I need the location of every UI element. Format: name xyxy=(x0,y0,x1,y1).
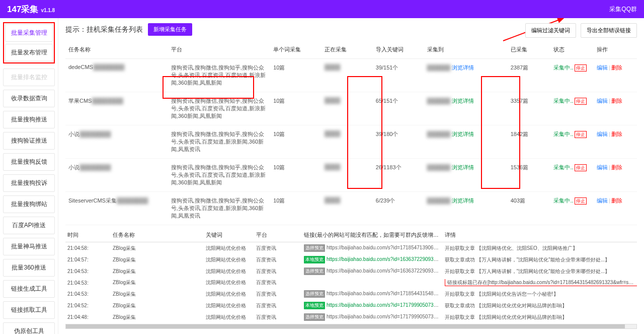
local-preview-badge[interactable]: 本地预览 xyxy=(304,256,325,263)
browse-detail-link[interactable]: 浏览详情 xyxy=(452,164,474,170)
log-task: ZBlog采集 xyxy=(111,314,204,321)
edit-button[interactable]: 编辑 xyxy=(597,131,608,137)
select-preview-badge[interactable]: 选择预览 xyxy=(304,268,325,275)
delete-button[interactable]: 删除 xyxy=(611,131,622,137)
log-keyword: 沈阳网站优化价格 xyxy=(204,291,254,298)
edit-button[interactable]: 编辑 xyxy=(597,197,608,204)
sidebar-batch-publish[interactable]: 批量发布管理 xyxy=(5,44,53,61)
log-link: 本地预览https://baijiahao.baidu.com/s?id=163… xyxy=(302,256,443,263)
log-url[interactable]: https://baijiahao.baidu.com/s?id=1717999… xyxy=(327,314,443,319)
task-th-2: 单个词采集 xyxy=(270,41,321,59)
stop-tag[interactable]: 停止 xyxy=(575,197,587,205)
task-name: dedeCMS████████ xyxy=(65,59,168,92)
log-url[interactable]: https://baijiahao.baidu.com/s?id=1636372… xyxy=(327,256,443,262)
stop-tag[interactable]: 停止 xyxy=(575,98,587,105)
delete-button[interactable]: 删除 xyxy=(611,64,622,71)
log-url[interactable]: https://baijiahao.baidu.com/s?id=1717999… xyxy=(327,302,443,308)
task-name: SiteserverCMS采集████████ xyxy=(65,192,168,225)
sidebar-item-10[interactable]: 链接生成工具 xyxy=(3,280,55,298)
task-actions: 编辑|删除 xyxy=(594,59,637,92)
log-time: 21:04:48: xyxy=(65,314,111,320)
browse-detail-link[interactable]: 浏览详情 xyxy=(452,98,474,104)
delete-button[interactable]: 删除 xyxy=(611,164,622,170)
log-row: 21:04:57:ZBlog采集沈阳网站优化价格百度资讯本地预览https://… xyxy=(65,254,637,265)
log-url[interactable]: https://baijiahao.baidu.com/s?id=1718544… xyxy=(327,291,443,296)
task-name: 小说████████ xyxy=(65,125,168,159)
task-platform: 搜狗资讯,搜狗微信,搜狗知乎,搜狗公众号,头条资讯,百度资讯,百度知道,新浪新闻… xyxy=(168,59,271,92)
sidebar-item-12[interactable]: 伪原创工具 xyxy=(3,322,55,334)
log-platform: 百度资讯 xyxy=(254,245,302,252)
task-row: 小说████████搜狗资讯,搜狗微信,搜狗知乎,搜狗公众号,头条资讯,百度知道… xyxy=(65,125,637,159)
task-actions: 编辑|删除 xyxy=(594,92,637,125)
log-platform: 百度资讯 xyxy=(254,279,302,286)
filter-keywords-button[interactable]: 编辑过滤关键词 xyxy=(525,23,576,38)
sidebar-red-group: 批量采集管理 批量发布管理 xyxy=(3,22,55,63)
log-task: ZBlog采集 xyxy=(111,268,204,275)
edit-button[interactable]: 编辑 xyxy=(597,98,608,104)
task-th-8: 操作 xyxy=(594,41,637,59)
sidebar-batch-collect[interactable]: 批量采集管理 xyxy=(5,24,53,42)
sidebar-item-3[interactable]: 搜狗验证推送 xyxy=(3,132,55,150)
sidebar-item-11[interactable]: 链接抓取工具 xyxy=(3,301,55,319)
qq-link[interactable]: 采集QQ群 xyxy=(609,5,637,14)
edit-button[interactable]: 编辑 xyxy=(597,64,608,71)
browse-detail-link[interactable]: 浏览详情 xyxy=(452,131,474,137)
export-errors-button[interactable]: 导出全部错误链接 xyxy=(581,23,637,38)
sidebar-item-2[interactable]: 批量搜狗推送 xyxy=(3,111,55,128)
log-keyword: 沈阳网站优化价格 xyxy=(204,302,254,309)
sidebar-item-6[interactable]: 批量搜狗绑站 xyxy=(3,195,55,213)
log-detail: 获取文章成功 【沈阳网站优化优化对网站品牌的影响】 xyxy=(443,302,637,309)
log-link: 选择预览https://baijiahao.baidu.com/s?id=171… xyxy=(302,290,443,298)
log-task: ZBlog采集 xyxy=(111,279,204,286)
add-task-button[interactable]: 新增采集任务 xyxy=(148,23,192,36)
sidebar-item-5[interactable]: 批量搜狗投诉 xyxy=(3,174,55,192)
log-row: 21:04:53:ZBlog采集沈阳网站优化价格百度资讯选择预览https://… xyxy=(65,265,637,277)
log-platform: 百度资讯 xyxy=(254,302,302,309)
browse-detail-link[interactable]: 浏览详情 xyxy=(452,197,474,204)
log-link: 本地预览https://baijiahao.baidu.com/s?id=171… xyxy=(302,302,443,309)
edit-button[interactable]: 编辑 xyxy=(597,164,608,170)
task-per: 10篇 xyxy=(270,92,321,125)
delete-button[interactable]: 删除 xyxy=(611,98,622,104)
stop-tag[interactable]: 停止 xyxy=(575,64,587,72)
log-link: 选择预览https://baijiahao.baidu.com/s?id=163… xyxy=(302,268,443,275)
sidebar-item-1[interactable]: 收录数据查询 xyxy=(3,90,55,107)
task-th-5: 采集到 xyxy=(424,41,508,59)
sidebar-item-9[interactable]: 批量360推送 xyxy=(3,259,55,277)
stop-tag[interactable]: 停止 xyxy=(575,131,587,138)
sidebar-item-4[interactable]: 批量搜狗反馈 xyxy=(3,153,55,171)
task-collected: 1842篇 xyxy=(508,125,551,159)
select-preview-badge[interactable]: 选择预览 xyxy=(304,244,325,252)
task-th-1: 平台 xyxy=(168,41,271,59)
log-platform: 百度资讯 xyxy=(254,268,302,275)
log-keyword: 沈阳网站优化价格 xyxy=(204,245,254,252)
task-th-4: 导入关键词 xyxy=(373,41,424,59)
content: 提示：挂机采集任务列表 新增采集任务 编辑过滤关键词 导出全部错误链接 任务名称… xyxy=(58,18,644,334)
local-preview-badge[interactable]: 本地预览 xyxy=(304,302,325,309)
log-time: 21:04:53: xyxy=(65,280,111,286)
log-keyword: 沈阳网站优化价格 xyxy=(204,314,254,321)
log-detail: 开始获取文章 【沈阳网络优化、沈阳SEO、沈阳网络推广】 xyxy=(443,245,637,252)
log-section: 时间 任务名称 关键词 平台 链接(最小的网站可能没有匹配，如需要可群内反馈增加… xyxy=(65,228,637,329)
task-platform: 搜狗资讯,搜狗微信,搜狗知乎,搜狗公众号,头条资讯,百度知道,新浪新闻,360新… xyxy=(168,125,271,159)
sidebar-item-7[interactable]: 百度API推送 xyxy=(3,217,55,234)
select-preview-badge[interactable]: 选择预览 xyxy=(304,290,325,298)
sidebar-item-8[interactable]: 批量神马推送 xyxy=(3,238,55,255)
browse-detail-link[interactable]: 浏览详情 xyxy=(452,64,474,71)
task-keywords: 6/239个 xyxy=(373,192,424,225)
select-preview-badge[interactable]: 选择预览 xyxy=(304,313,325,321)
delete-button[interactable]: 删除 xyxy=(611,197,622,204)
log-url[interactable]: https://baijiahao.baidu.com/s?id=1718547… xyxy=(327,245,443,250)
log-detail: 开始获取文章 【沈阳网站优化优化对网站品牌的影响】 xyxy=(443,314,637,321)
stop-tag[interactable]: 停止 xyxy=(575,164,587,171)
task-th-3: 正在采集 xyxy=(321,41,373,59)
task-name: 苹果CMS████████ xyxy=(65,92,168,125)
task-to: ██████ 浏览详情 xyxy=(424,92,508,125)
log-url[interactable]: https://baijiahao.baidu.com/s?id=1636372… xyxy=(327,268,443,274)
task-current: ████ xyxy=(321,59,373,92)
horizontal-scrollbar[interactable] xyxy=(65,324,637,329)
task-current: ████ xyxy=(321,192,373,225)
hint-text: 提示：挂机采集任务列表 xyxy=(65,25,143,34)
task-actions: 编辑|删除 xyxy=(594,159,637,192)
task-keywords: 39/151个 xyxy=(373,59,424,92)
